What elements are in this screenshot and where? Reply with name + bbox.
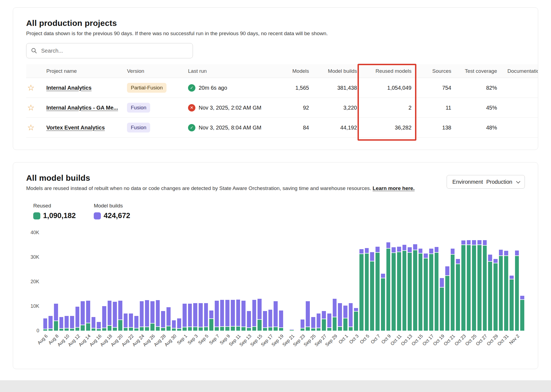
bar-oct-7[interactable] [375, 233, 380, 331]
bar-aug-13[interactable] [80, 233, 86, 331]
bar-oct-26[interactable] [477, 233, 482, 331]
bar-aug-22[interactable] [128, 233, 134, 331]
bar-oct-21[interactable] [450, 233, 455, 331]
bar-sep-18[interactable] [273, 233, 278, 331]
bar-oct-28[interactable] [488, 233, 493, 331]
search-input[interactable] [26, 43, 193, 58]
bar-aug-15[interactable] [91, 233, 96, 331]
bar-oct-14[interactable] [412, 233, 418, 331]
bar-sep-9[interactable] [225, 233, 230, 331]
bar-sep-24[interactable] [305, 233, 311, 331]
bar-oct-16[interactable] [423, 233, 429, 331]
bar-oct-6[interactable] [370, 233, 375, 331]
bar-oct-9[interactable] [386, 233, 391, 331]
bar-sep-19[interactable] [278, 233, 284, 331]
bar-aug-16[interactable] [96, 233, 102, 331]
bar-aug-14[interactable] [85, 233, 91, 331]
bar-oct-19[interactable] [439, 233, 445, 331]
bar-sep-28[interactable] [327, 233, 332, 331]
bar-oct-24[interactable] [466, 233, 471, 331]
bar-oct-2[interactable] [348, 233, 353, 331]
favorite-star-icon[interactable]: ☆ [27, 104, 35, 112]
bar-sep-10[interactable] [230, 233, 236, 331]
bar-aug-11[interactable] [69, 233, 75, 331]
bar-oct-17[interactable] [428, 233, 434, 331]
bar-aug-24[interactable] [139, 233, 144, 331]
bar-oct-29[interactable] [493, 233, 498, 331]
model-builds-cell: 3,220 [312, 105, 360, 111]
bar-oct-8[interactable] [380, 233, 386, 331]
bar-oct-1[interactable] [343, 233, 348, 331]
bar-sep-22[interactable] [295, 233, 300, 331]
bar-sep-1[interactable] [182, 233, 187, 331]
bar-sep-8[interactable] [219, 233, 225, 331]
bar-oct-15[interactable] [418, 233, 423, 331]
bar-aug-30[interactable] [171, 233, 177, 331]
bar-aug-12[interactable] [75, 233, 80, 331]
bar-oct-23[interactable] [461, 233, 466, 331]
bar-aug-19[interactable] [112, 233, 118, 331]
bar-aug-21[interactable] [123, 233, 128, 331]
bar-sep-21[interactable] [289, 233, 295, 331]
bar-aug-9[interactable] [59, 233, 64, 331]
bar-aug-20[interactable] [117, 233, 123, 331]
bar-oct-25[interactable] [471, 233, 477, 331]
bar-sep-6[interactable] [209, 233, 214, 331]
favorite-star-icon[interactable]: ☆ [27, 84, 35, 92]
bar-sep-14[interactable] [252, 233, 257, 331]
bar-oct-10[interactable] [391, 233, 396, 331]
bar-aug-18[interactable] [107, 233, 112, 331]
bar-sep-12[interactable] [241, 233, 246, 331]
bar-oct-20[interactable] [444, 233, 450, 331]
bar-sep-27[interactable] [321, 233, 327, 331]
bar-oct-3[interactable] [353, 233, 359, 331]
bar-oct-22[interactable] [455, 233, 461, 331]
environment-dropdown[interactable]: Environment Production [447, 175, 525, 189]
bar-sep-2[interactable] [187, 233, 193, 331]
bar-oct-31[interactable] [504, 233, 509, 331]
bar-aug-6[interactable] [43, 233, 48, 331]
bar-sep-23[interactable] [300, 233, 305, 331]
bar-oct-5[interactable] [364, 233, 370, 331]
bar-sep-5[interactable] [203, 233, 209, 331]
bar-sep-29[interactable] [332, 233, 337, 331]
bar-sep-7[interactable] [214, 233, 220, 331]
bar-aug-29[interactable] [166, 233, 171, 331]
bar-oct-18[interactable] [434, 233, 439, 331]
bar-aug-27[interactable] [155, 233, 161, 331]
favorite-star-icon[interactable]: ☆ [27, 123, 35, 132]
bar-aug-8[interactable] [53, 233, 59, 331]
bar-nov-3[interactable] [520, 233, 525, 331]
bar-aug-7[interactable] [48, 233, 53, 331]
bar-oct-12[interactable] [402, 233, 407, 331]
bar-aug-23[interactable] [134, 233, 139, 331]
bar-aug-25[interactable] [144, 233, 150, 331]
bar-sep-16[interactable] [262, 233, 268, 331]
bar-aug-26[interactable] [150, 233, 155, 331]
bar-oct-27[interactable] [482, 233, 488, 331]
bar-nov-2[interactable] [514, 233, 520, 331]
bar-oct-30[interactable] [498, 233, 504, 331]
bar-sep-3[interactable] [193, 233, 198, 331]
bar-sep-13[interactable] [246, 233, 252, 331]
bar-sep-15[interactable] [257, 233, 262, 331]
bar-sep-20[interactable] [284, 233, 289, 331]
bar-sep-25[interactable] [311, 233, 316, 331]
bar-oct-13[interactable] [407, 233, 413, 331]
bar-sep-30[interactable] [337, 233, 343, 331]
project-name-link[interactable]: Internal Analytics - GA Me... [46, 105, 118, 111]
bar-sep-11[interactable] [235, 233, 241, 331]
project-name-link[interactable]: Vortex Event Analytics [46, 125, 105, 131]
bar-aug-10[interactable] [64, 233, 69, 331]
bar-aug-17[interactable] [101, 233, 107, 331]
learn-more-link[interactable]: Learn more here. [373, 185, 414, 191]
bar-nov-1[interactable] [509, 233, 514, 331]
bar-sep-17[interactable] [268, 233, 273, 331]
bar-sep-4[interactable] [198, 233, 203, 331]
bar-aug-28[interactable] [161, 233, 166, 331]
bar-aug-31[interactable] [177, 233, 182, 331]
bar-oct-4[interactable] [359, 233, 364, 331]
bar-oct-11[interactable] [396, 233, 402, 331]
project-name-link[interactable]: Internal Analytics [46, 85, 92, 91]
bar-sep-26[interactable] [316, 233, 321, 331]
